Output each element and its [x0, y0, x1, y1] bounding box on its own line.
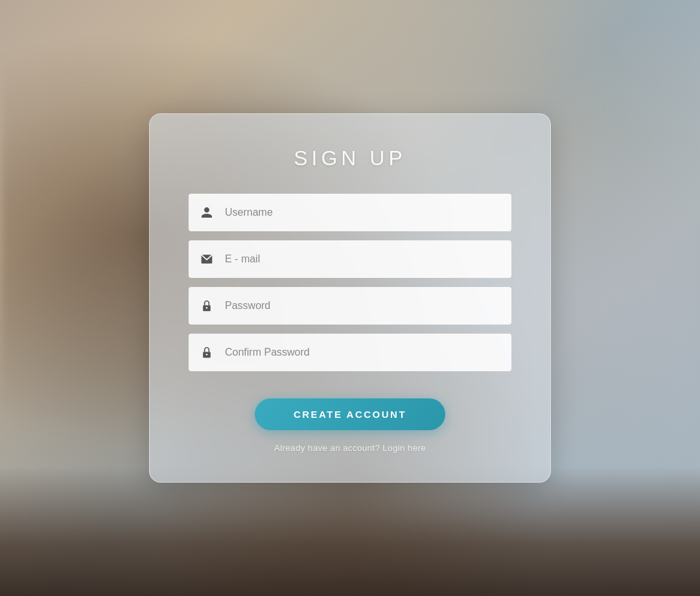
- confirm-password-input[interactable]: [189, 334, 511, 371]
- mail-icon: [199, 251, 215, 267]
- confirm-lock-icon: [199, 345, 215, 360]
- login-link[interactable]: Already have an account? Login here: [274, 443, 426, 453]
- password-group: [189, 287, 511, 325]
- email-group: [189, 240, 511, 278]
- page-wrapper: SIGN UP: [0, 0, 700, 596]
- email-input[interactable]: [189, 240, 511, 278]
- svg-point-4: [206, 307, 208, 309]
- page-title: SIGN UP: [294, 146, 406, 170]
- password-input[interactable]: [189, 287, 511, 325]
- user-icon: [199, 205, 215, 220]
- username-input[interactable]: [189, 194, 511, 231]
- lock-icon: [199, 298, 215, 314]
- confirm-password-group: [189, 334, 511, 371]
- create-account-button[interactable]: CREATE ACCOUNT: [255, 398, 445, 430]
- signup-card: SIGN UP: [149, 113, 551, 483]
- username-group: [189, 194, 511, 231]
- svg-point-6: [206, 354, 208, 356]
